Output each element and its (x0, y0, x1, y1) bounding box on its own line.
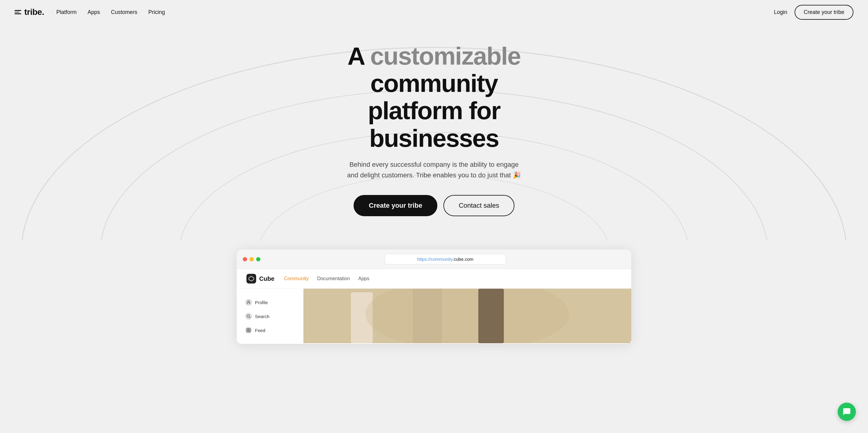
browser-url-bar: https://community.cube.com (265, 254, 625, 264)
nav-item-customers[interactable]: Customers (111, 9, 137, 15)
hero-content: A customizable communityplatform for bus… (6, 42, 862, 216)
site-nav-links: Community Documentation Apps (284, 276, 369, 281)
browser-sidebar: Profile Search (237, 289, 304, 344)
nav-link-platform[interactable]: Platform (56, 9, 76, 15)
chat-icon (842, 407, 851, 416)
url-colored-part: https://community. (417, 257, 454, 262)
traffic-light-green[interactable] (256, 257, 260, 261)
browser-main-content (304, 289, 631, 344)
svg-point-6 (247, 315, 249, 317)
logo-icon (14, 10, 21, 14)
url-display[interactable]: https://community.cube.com (384, 254, 506, 264)
nav-item-platform[interactable]: Platform (56, 9, 76, 15)
site-nav-item-community[interactable]: Community (284, 276, 309, 281)
site-nav-link-documentation[interactable]: Documentation (317, 276, 350, 281)
create-tribe-hero-button[interactable]: Create your tribe (353, 195, 437, 216)
hero-title-highlight: customizable (370, 42, 521, 70)
nav-link-pricing[interactable]: Pricing (148, 9, 165, 15)
navbar-right: Login Create your tribe (774, 5, 854, 20)
svg-rect-11 (249, 331, 250, 332)
hero-title: A customizable communityplatform for bus… (313, 42, 555, 152)
browser-section: https://community.cube.com Cube (0, 249, 868, 344)
site-logo-icon (246, 274, 256, 284)
profile-icon (245, 299, 252, 306)
svg-line-7 (249, 317, 251, 319)
svg-point-5 (248, 301, 249, 303)
nav-links: Platform Apps Customers Pricing (56, 9, 165, 15)
nav-item-apps[interactable]: Apps (88, 9, 100, 15)
browser-inner: Cube Community Documentation Apps (237, 269, 631, 344)
search-icon (245, 313, 252, 320)
navbar-left: tribe. Platform Apps Customers Pricing (14, 7, 165, 17)
site-nav-link-community[interactable]: Community (284, 276, 309, 281)
traffic-light-red[interactable] (243, 257, 247, 261)
browser-window: https://community.cube.com Cube (237, 249, 631, 344)
chat-widget[interactable] (838, 403, 856, 421)
browser-traffic-lights (243, 257, 260, 261)
hero-section: A customizable communityplatform for bus… (0, 24, 868, 240)
create-tribe-nav-button[interactable]: Create your tribe (795, 5, 854, 20)
traffic-light-yellow[interactable] (249, 257, 254, 261)
sidebar-item-feed[interactable]: Feed (242, 324, 298, 337)
sidebar-search-label: Search (255, 314, 270, 319)
svg-rect-10 (247, 331, 248, 332)
site-logo: Cube (246, 274, 274, 284)
login-button[interactable]: Login (774, 9, 787, 15)
site-nav: Cube Community Documentation Apps (237, 269, 631, 289)
navbar: tribe. Platform Apps Customers Pricing L… (0, 0, 868, 24)
svg-rect-8 (247, 328, 248, 330)
hero-title-part1: A (347, 42, 370, 70)
hero-subtitle: Behind every successful company is the a… (343, 159, 525, 180)
site-name: Cube (259, 275, 274, 282)
hero-buttons: Create your tribe Contact sales (6, 195, 862, 216)
feed-icon (245, 327, 252, 334)
svg-marker-4 (249, 276, 254, 281)
browser-toolbar: https://community.cube.com (237, 249, 631, 269)
contact-sales-button[interactable]: Contact sales (443, 195, 514, 216)
sidebar-profile-label: Profile (255, 300, 268, 305)
nav-link-apps[interactable]: Apps (88, 9, 100, 15)
svg-rect-9 (249, 328, 250, 330)
svg-point-16 (365, 289, 569, 343)
logo[interactable]: tribe. (14, 7, 44, 17)
site-nav-item-documentation[interactable]: Documentation (317, 276, 350, 281)
sidebar-item-search[interactable]: Search (242, 310, 298, 323)
sidebar-item-profile[interactable]: Profile (242, 296, 298, 309)
nav-item-pricing[interactable]: Pricing (148, 9, 165, 15)
nav-link-customers[interactable]: Customers (111, 9, 137, 15)
sidebar-feed-label: Feed (255, 328, 265, 333)
logo-text: tribe. (24, 7, 44, 17)
site-nav-item-apps[interactable]: Apps (359, 276, 369, 281)
hero-image (304, 289, 631, 343)
url-domain-part: cube.com (454, 257, 473, 262)
browser-body: Profile Search (237, 289, 631, 344)
hero-title-part2: communityplatform for businesses (368, 69, 500, 152)
site-nav-link-apps[interactable]: Apps (359, 276, 369, 281)
